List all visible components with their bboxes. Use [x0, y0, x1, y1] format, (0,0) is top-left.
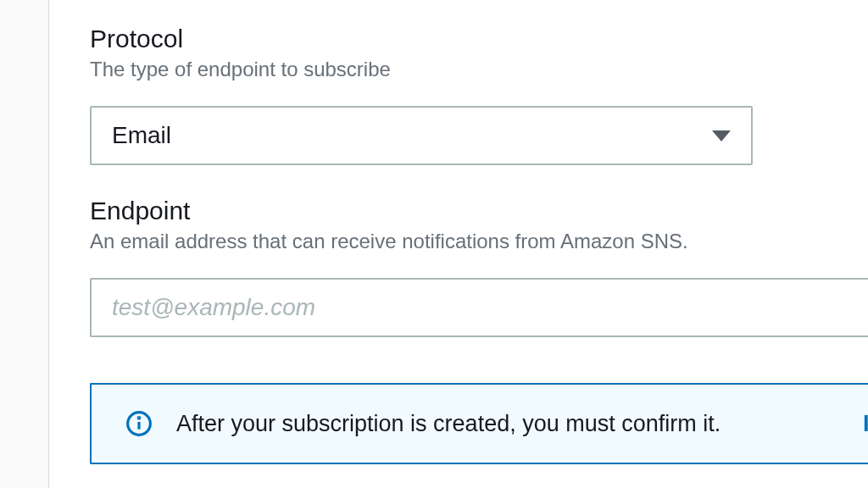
- svg-point-2: [138, 418, 140, 419]
- form-content: Protocol The type of endpoint to subscri…: [49, 0, 868, 464]
- protocol-select-value: Email: [112, 122, 712, 149]
- alert-text: After your subscription is created, you …: [176, 411, 839, 437]
- endpoint-field-group: Endpoint An email address that can recei…: [90, 196, 868, 337]
- protocol-field-group: Protocol The type of endpoint to subscri…: [90, 24, 868, 165]
- caret-down-icon: [712, 130, 731, 141]
- left-rail: [0, 0, 49, 488]
- protocol-select[interactable]: Email: [90, 106, 753, 165]
- alert-link[interactable]: In: [863, 411, 868, 437]
- protocol-hint: The type of endpoint to subscribe: [90, 56, 868, 82]
- info-icon: [125, 410, 153, 437]
- endpoint-input-wrap: [90, 278, 868, 337]
- endpoint-label: Endpoint: [90, 196, 868, 226]
- endpoint-input[interactable]: [90, 278, 868, 337]
- protocol-label: Protocol: [90, 24, 868, 54]
- info-alert: After your subscription is created, you …: [90, 383, 868, 464]
- endpoint-hint: An email address that can receive notifi…: [90, 228, 868, 254]
